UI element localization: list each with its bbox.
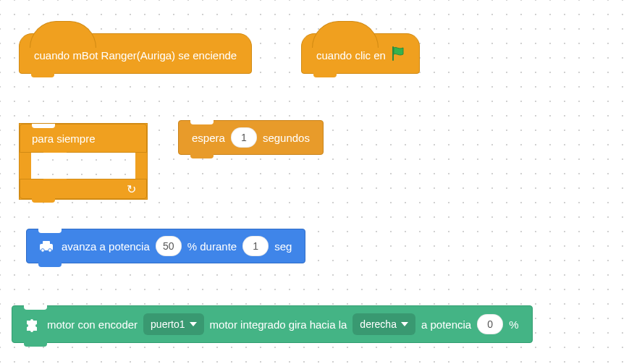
move-mid: % durante	[187, 240, 237, 253]
move-block[interactable]: avanza a potencia 50 % durante 1 seg	[26, 229, 305, 263]
forever-body-slot[interactable]	[20, 153, 135, 179]
motor-t6: %	[509, 318, 518, 331]
motor-t2: motor integrado	[210, 318, 286, 331]
motor-t3: gira	[289, 318, 307, 331]
svg-point-1	[41, 249, 45, 253]
chevron-down-icon	[401, 322, 408, 326]
wait-seconds-field[interactable]: 1	[231, 127, 257, 148]
forever-label: para siempre	[32, 132, 96, 145]
robot-icon	[38, 240, 54, 253]
forever-foot: ↻	[20, 179, 147, 199]
move-secs-field[interactable]: 1	[242, 236, 269, 256]
move-power-field[interactable]: 50	[156, 236, 182, 256]
svg-rect-3	[43, 241, 50, 245]
puzzle-icon	[24, 316, 40, 332]
event-hat-label: cuando mBot Ranger(Auriga) se enciende	[34, 49, 237, 62]
svg-point-2	[48, 249, 52, 253]
motor-t4: hacia la	[310, 318, 347, 331]
event-hat-label: cuando clic en	[316, 49, 386, 62]
motor-power-field[interactable]: 0	[477, 314, 503, 334]
wait-block[interactable]: espera 1 segundos	[178, 120, 324, 155]
move-pre: avanza a potencia	[62, 240, 150, 253]
wait-post: segundos	[263, 132, 310, 144]
event-hat-block-flag[interactable]: cuando clic en	[301, 33, 420, 74]
motor-port-value: puerto1	[151, 318, 185, 330]
motor-dir-dropdown[interactable]: derecha	[353, 313, 415, 335]
motor-encoder-block[interactable]: motor con encoder puerto1 motor integrad…	[12, 305, 533, 343]
chevron-down-icon	[190, 322, 197, 326]
motor-dir-value: derecha	[360, 318, 397, 330]
motor-t5: a potencia	[421, 318, 471, 331]
loop-arrow-icon: ↻	[127, 182, 136, 196]
event-hat-block-startup[interactable]: cuando mBot Ranger(Auriga) se enciende	[19, 33, 252, 74]
motor-t1: motor con encoder	[47, 318, 138, 331]
wait-pre: espera	[192, 132, 225, 144]
move-post: seg	[274, 240, 292, 253]
green-flag-icon	[390, 46, 406, 65]
forever-head[interactable]: para siempre	[20, 124, 147, 153]
forever-cblock[interactable]: para siempre ↻	[19, 123, 148, 200]
motor-port-dropdown[interactable]: puerto1	[143, 313, 203, 335]
